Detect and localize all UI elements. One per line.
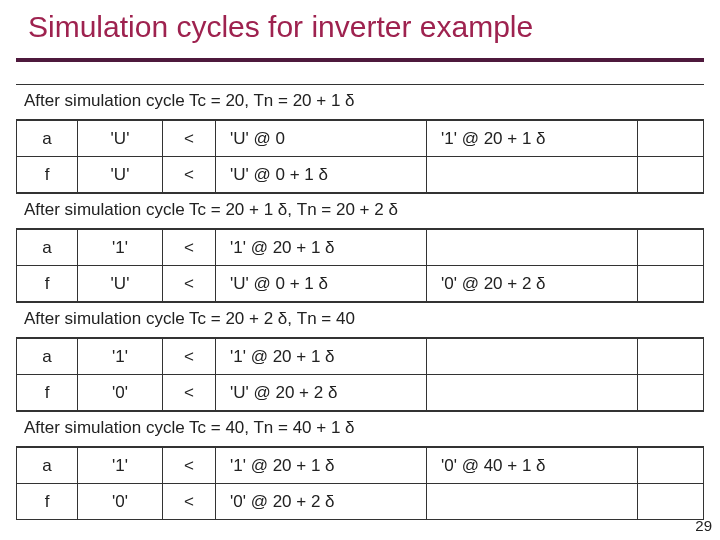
compare-symbol: < [163, 121, 216, 157]
signal-value: '0' [78, 484, 163, 520]
compare-symbol: < [163, 157, 216, 193]
event-cell [638, 484, 704, 520]
event-cell [638, 375, 704, 411]
table-row: a'1'<'1' @ 20 + 1 δ'0' @ 40 + 1 δ [17, 448, 704, 484]
signal-value: '1' [78, 448, 163, 484]
event-cell [638, 157, 704, 193]
event-cell: '0' @ 40 + 1 δ [427, 448, 638, 484]
table-row: a'U'<'U' @ 0'1' @ 20 + 1 δ [17, 121, 704, 157]
compare-symbol: < [163, 266, 216, 302]
compare-symbol: < [163, 339, 216, 375]
event-cell: 'U' @ 0 + 1 δ [216, 157, 427, 193]
event-cell [638, 339, 704, 375]
compare-symbol: < [163, 484, 216, 520]
signal-name: f [17, 266, 78, 302]
signal-value: '0' [78, 375, 163, 411]
event-cell: '0' @ 20 + 2 δ [427, 266, 638, 302]
event-cell: 'U' @ 0 + 1 δ [216, 266, 427, 302]
event-cell: 'U' @ 20 + 2 δ [216, 375, 427, 411]
compare-symbol: < [163, 448, 216, 484]
slide-title: Simulation cycles for inverter example [28, 10, 533, 44]
signal-value: '1' [78, 230, 163, 266]
event-cell: '0' @ 20 + 2 δ [216, 484, 427, 520]
event-cell [427, 230, 638, 266]
section-header: After simulation cycle Tc = 40, Tn = 40 … [16, 411, 704, 447]
event-cell: 'U' @ 0 [216, 121, 427, 157]
signal-name: a [17, 448, 78, 484]
event-cell: '1' @ 20 + 1 δ [216, 448, 427, 484]
signal-name: f [17, 157, 78, 193]
event-cell [638, 121, 704, 157]
event-cell [638, 230, 704, 266]
signal-value: 'U' [78, 157, 163, 193]
signal-value: '1' [78, 339, 163, 375]
signal-table: a'U'<'U' @ 0'1' @ 20 + 1 δf'U'<'U' @ 0 +… [16, 120, 704, 193]
event-cell [427, 157, 638, 193]
table-row: a'1'<'1' @ 20 + 1 δ [17, 339, 704, 375]
signal-table: a'1'<'1' @ 20 + 1 δf'U'<'U' @ 0 + 1 δ'0'… [16, 229, 704, 302]
table-row: f'0'<'U' @ 20 + 2 δ [17, 375, 704, 411]
signal-table: a'1'<'1' @ 20 + 1 δf'0'<'U' @ 20 + 2 δ [16, 338, 704, 411]
table-row: f'U'<'U' @ 0 + 1 δ [17, 157, 704, 193]
event-cell [638, 266, 704, 302]
table-row: f'0'<'0' @ 20 + 2 δ [17, 484, 704, 520]
page-number: 29 [695, 517, 712, 534]
event-cell [638, 448, 704, 484]
section-header: After simulation cycle Tc = 20, Tn = 20 … [16, 84, 704, 120]
table-row: a'1'<'1' @ 20 + 1 δ [17, 230, 704, 266]
signal-name: a [17, 121, 78, 157]
signal-table: a'1'<'1' @ 20 + 1 δ'0' @ 40 + 1 δf'0'<'0… [16, 447, 704, 520]
content-area: After simulation cycle Tc = 20, Tn = 20 … [16, 84, 704, 520]
signal-value: 'U' [78, 266, 163, 302]
signal-name: a [17, 339, 78, 375]
signal-value: 'U' [78, 121, 163, 157]
compare-symbol: < [163, 375, 216, 411]
event-cell [427, 484, 638, 520]
event-cell: '1' @ 20 + 1 δ [216, 339, 427, 375]
compare-symbol: < [163, 230, 216, 266]
signal-name: f [17, 484, 78, 520]
section-header: After simulation cycle Tc = 20 + 1 δ, Tn… [16, 193, 704, 229]
event-cell [427, 339, 638, 375]
table-row: f'U'<'U' @ 0 + 1 δ'0' @ 20 + 2 δ [17, 266, 704, 302]
event-cell [427, 375, 638, 411]
slide: Simulation cycles for inverter example A… [0, 0, 720, 540]
section-header: After simulation cycle Tc = 20 + 2 δ, Tn… [16, 302, 704, 338]
title-underline [16, 58, 704, 62]
event-cell: '1' @ 20 + 1 δ [427, 121, 638, 157]
signal-name: f [17, 375, 78, 411]
signal-name: a [17, 230, 78, 266]
event-cell: '1' @ 20 + 1 δ [216, 230, 427, 266]
